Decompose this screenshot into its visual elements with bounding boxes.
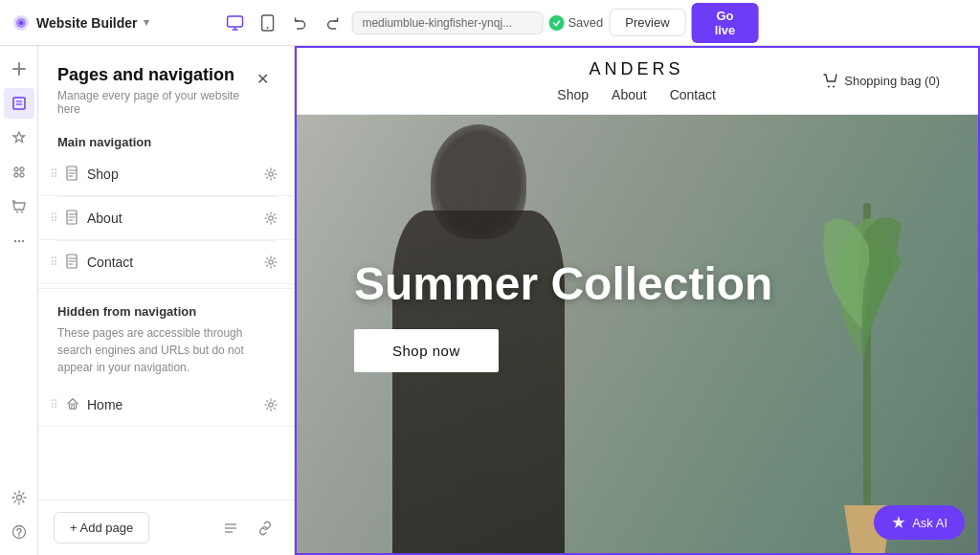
more-icon: [11, 233, 27, 249]
svg-point-7: [267, 27, 269, 29]
svg-point-28: [269, 216, 273, 220]
hidden-nav-section: Hidden from navigation These pages are a…: [38, 288, 294, 384]
page-icon-about: [66, 210, 79, 228]
site-nav: Shop About Contact: [557, 87, 716, 102]
footer-sort-button[interactable]: [217, 515, 244, 542]
ai-sparkle-icon: [891, 515, 906, 530]
site-brand: ANDERS: [590, 59, 684, 79]
svg-point-17: [16, 211, 18, 213]
svg-rect-31: [70, 404, 77, 409]
sidebar-item-design[interactable]: [4, 122, 34, 153]
panel-header: Pages and navigation Manage every page o…: [38, 46, 294, 127]
hero-shop-now-button[interactable]: Shop now: [354, 329, 499, 372]
page-icon-shop: [66, 166, 79, 184]
panel-close-button[interactable]: ✕: [250, 65, 275, 92]
footer-link-button[interactable]: [252, 515, 278, 542]
link-icon: [257, 521, 273, 536]
golive-button[interactable]: Go live: [692, 3, 759, 43]
brand-label: Website Builder: [36, 15, 138, 31]
brand-chevron-icon: ▾: [144, 16, 149, 29]
undo-button[interactable]: [287, 8, 314, 38]
page-icon-contact: [66, 254, 79, 272]
undo-icon: [292, 15, 307, 31]
drag-handle-shop-icon[interactable]: ⠿: [50, 167, 58, 181]
drag-handle-about-icon[interactable]: ⠿: [50, 211, 58, 225]
nav-item-home[interactable]: ⠿ Home: [38, 384, 294, 427]
footer-icons: [217, 515, 278, 542]
redo-button[interactable]: [319, 8, 345, 38]
svg-point-21: [21, 240, 23, 242]
pages-panel: Pages and navigation Manage every page o…: [38, 46, 295, 555]
apps-icon: [11, 165, 27, 180]
topbar: Website Builder ▾ mediumblue-kingfisher-…: [0, 0, 980, 46]
svg-point-24: [18, 535, 20, 537]
page-settings-home-button[interactable]: [259, 393, 282, 416]
ask-ai-button[interactable]: Ask AI: [874, 505, 965, 540]
sidebar-item-more[interactable]: [4, 226, 34, 256]
site-nav-about[interactable]: About: [612, 87, 647, 102]
hero-content: Summer Collection Shop now: [297, 257, 772, 411]
mobile-view-button[interactable]: [255, 8, 281, 38]
redo-icon: [324, 15, 340, 31]
site-nav-contact[interactable]: Contact: [670, 87, 716, 102]
panel-title: Pages and navigation: [57, 65, 250, 85]
canvas-inner: ANDERS Shop About Contact Shopping bag (…: [295, 46, 980, 555]
sidebar-item-apps[interactable]: [4, 157, 34, 188]
page-settings-shop-button[interactable]: [259, 163, 282, 186]
page-name-home: Home: [87, 397, 252, 412]
sidebar-item-help[interactable]: [4, 517, 34, 547]
site-cart[interactable]: Shopping bag (0): [823, 74, 940, 89]
hero-plant: [796, 115, 940, 553]
page-name-contact: Contact: [87, 255, 252, 270]
hidden-nav-desc: These pages are accessible through searc…: [57, 324, 275, 376]
svg-rect-10: [13, 98, 25, 109]
desktop-view-button[interactable]: [222, 8, 249, 38]
desktop-icon: [227, 14, 244, 32]
sidebar-item-add[interactable]: [4, 54, 34, 84]
nav-item-contact[interactable]: ⠿ Contact: [38, 241, 294, 284]
header-center: ANDERS Shop About Contact: [557, 59, 716, 102]
saved-badge: Saved: [548, 15, 603, 31]
panel-footer: + Add page: [38, 500, 294, 555]
url-bar[interactable]: mediumblue-kingfisher-ynqj...: [351, 11, 543, 34]
nav-item-shop[interactable]: ⠿ Shop: [38, 153, 294, 196]
page-settings-contact-button[interactable]: [259, 251, 282, 274]
page-name-shop: Shop: [87, 166, 252, 182]
page-name-about: About: [87, 211, 252, 226]
svg-rect-3: [228, 16, 243, 27]
preview-button[interactable]: Preview: [609, 9, 685, 36]
svg-point-38: [833, 85, 835, 87]
settings-icon: [11, 490, 27, 505]
drag-handle-home-icon[interactable]: ⠿: [50, 398, 58, 411]
sidebar-item-settings[interactable]: [4, 482, 34, 513]
add-page-button[interactable]: + Add page: [54, 512, 149, 544]
main-area: Pages and navigation Manage every page o…: [0, 46, 980, 555]
plant-leaves-svg: [815, 187, 911, 378]
sidebar-icon-rail: [0, 46, 38, 555]
svg-point-26: [269, 172, 273, 176]
gear-icon: [264, 255, 278, 269]
main-nav-label: Main navigation: [38, 127, 294, 153]
sidebar-item-pages[interactable]: [4, 88, 34, 119]
page-file-icon: [66, 210, 79, 225]
cart-label: Shopping bag (0): [844, 74, 940, 88]
saved-dot-icon: [548, 15, 564, 31]
hidden-nav-label: Hidden from navigation: [57, 304, 275, 319]
panel-subtitle: Manage every page of your website here: [57, 89, 250, 116]
page-settings-about-button[interactable]: [259, 207, 282, 230]
topbar-brand[interactable]: Website Builder ▾: [11, 13, 149, 33]
sort-icon: [223, 521, 238, 536]
mobile-icon: [261, 14, 275, 32]
home-icon: [66, 397, 79, 411]
help-icon: [11, 524, 27, 540]
page-file-icon: [66, 254, 79, 269]
svg-point-19: [13, 240, 15, 242]
preview-canvas: ANDERS Shop About Contact Shopping bag (…: [295, 46, 980, 555]
nav-item-about[interactable]: ⠿ About: [38, 197, 294, 240]
gear-icon: [264, 167, 278, 181]
svg-point-37: [828, 85, 830, 87]
drag-handle-contact-icon[interactable]: ⠿: [50, 255, 58, 269]
svg-point-20: [17, 240, 19, 242]
sidebar-item-store[interactable]: [4, 191, 34, 222]
site-nav-shop[interactable]: Shop: [557, 87, 589, 102]
